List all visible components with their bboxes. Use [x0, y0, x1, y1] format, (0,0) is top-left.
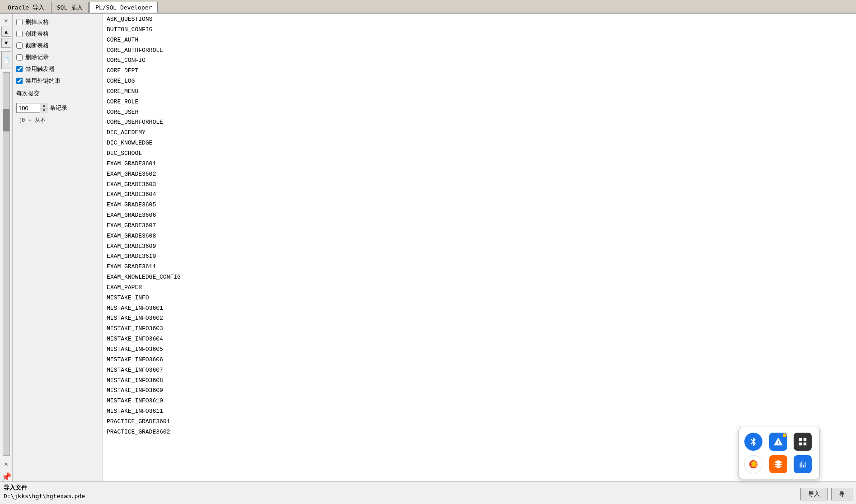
table-list-item[interactable]: PRACTICE_GRADE3601 [103, 417, 856, 427]
disable-triggers-checkbox[interactable] [16, 66, 23, 72]
table-list-item[interactable]: EXAM_KNOWLEDGE_CONFIG [103, 272, 856, 283]
table-list-item[interactable]: CORE_DEPT [103, 66, 856, 76]
checkbox-disable-fk[interactable]: 禁用外键约束 [16, 76, 99, 86]
table-list-panel[interactable]: ASK_QUESTIONSBUTTON_CONFIGCORE_AUTHCORE_… [103, 14, 856, 481]
tab-sql[interactable]: SQL 插入 [51, 2, 89, 13]
table-list-item[interactable]: MISTAKE_INFO3606 [103, 355, 856, 365]
import-button[interactable]: 导入 [800, 488, 828, 500]
drop-table-label: 删掉表格 [25, 18, 49, 26]
table-list-item[interactable]: CORE_MENU [103, 87, 856, 97]
table-list-item[interactable]: MISTAKE_INFO3608 [103, 376, 856, 386]
table-list-item[interactable]: EXAM_GRADE3607 [103, 221, 856, 231]
table-list-item[interactable]: CORE_AUTHFORROLE [103, 46, 856, 56]
table-list-item[interactable]: EXAM_PAPER [103, 283, 856, 293]
create-table-checkbox[interactable] [16, 31, 23, 37]
table-list-item[interactable]: EXAM_GRADE3601 [103, 159, 856, 169]
arrow-up-button[interactable]: ▲ [1, 27, 11, 37]
per-commit-unit: 条记录 [50, 104, 67, 112]
table-list-item[interactable]: EXAM_GRADE3605 [103, 200, 856, 210]
chrome-icon[interactable] [744, 455, 762, 473]
table-list-item[interactable]: MISTAKE_INFO3607 [103, 365, 856, 376]
bottom-bar: 导入文件 D:\jkks\hgt\hgtexam.pde 导入 导 [0, 481, 856, 504]
per-commit-label: 每次提交 [16, 90, 40, 97]
checkbox-disable-triggers[interactable]: 禁用触发器 [16, 64, 99, 74]
truncate-table-checkbox[interactable] [16, 42, 23, 49]
table-list-item[interactable]: DIC_SCHOOL [103, 149, 856, 159]
spinner-down-button[interactable]: ▼ [40, 108, 48, 113]
barchart-icon[interactable] [794, 455, 812, 473]
table-list-item[interactable]: MISTAKE_INFO3611 [103, 406, 856, 417]
table-list-section: ASK_QUESTIONSBUTTON_CONFIGCORE_AUTHCORE_… [103, 14, 856, 481]
tab-plsql[interactable]: PL/SQL Developer [89, 2, 158, 13]
create-table-label: 创建表格 [25, 30, 49, 38]
delete-records-label: 删除记录 [25, 53, 49, 61]
checkbox-drop-table[interactable]: 删掉表格 [16, 17, 99, 27]
table-list-item[interactable]: MISTAKE_INFO3603 [103, 324, 856, 334]
table-list-item[interactable]: MISTAKE_INFO [103, 293, 856, 303]
main-wrapper: ✕ ▲ ▼ 📄 ✕ 📌 删掉表格 创建表格 截断表格 删除记录 禁用触发器 [0, 14, 856, 481]
left-panel: 删掉表格 创建表格 截断表格 删除记录 禁用触发器 禁用外键约束 每次提交 [13, 14, 103, 481]
checkbox-delete-records[interactable]: 删除记录 [16, 52, 99, 62]
table-list-item[interactable]: ASK_QUESTIONS [103, 14, 856, 25]
table-list-item[interactable]: BUTTON_CONFIG [103, 25, 856, 35]
warning-icon[interactable] [769, 433, 787, 451]
tab-oracle[interactable]: Oracle 导入 [2, 2, 50, 13]
table-list-item[interactable]: DIC_ACEDEMY [103, 128, 856, 138]
table-list-item[interactable]: CORE_USERFORROLE [103, 117, 856, 128]
table-list-item[interactable]: EXAM_GRADE3608 [103, 231, 856, 242]
table-list-item[interactable]: CORE_CONFIG [103, 56, 856, 66]
disable-triggers-label: 禁用触发器 [25, 65, 55, 73]
arrow-down-button[interactable]: ▼ [1, 38, 11, 48]
close-button-1[interactable]: ✕ [1, 15, 11, 25]
table-list-item[interactable]: EXAM_GRADE3610 [103, 252, 856, 262]
per-commit-row: ▲ ▼ 条记录 [16, 103, 99, 113]
per-commit-spinner[interactable]: ▲ ▼ [16, 103, 48, 113]
scrollbar-thumb[interactable] [3, 109, 9, 131]
table-list-item[interactable]: MISTAKE_INFO3610 [103, 396, 856, 406]
table-list-item[interactable]: MISTAKE_INFO3602 [103, 313, 856, 324]
table-list-item[interactable]: MISTAKE_INFO3609 [103, 386, 856, 396]
tab-bar: Oracle 导入 SQL 插入 PL/SQL Developer [0, 0, 856, 14]
table-list-item[interactable]: EXAM_GRADE3603 [103, 180, 856, 190]
import-file-path: D:\jkks\hgt\hgtexam.pde [4, 493, 852, 499]
spinner-up-button[interactable]: ▲ [40, 103, 48, 108]
table-list-item[interactable]: CORE_LOG [103, 76, 856, 87]
close-main-button[interactable]: 导 [831, 488, 852, 500]
per-commit-section: 每次提交 [16, 89, 99, 98]
floating-tray [738, 427, 820, 479]
cube-icon[interactable] [769, 455, 787, 473]
disable-fk-checkbox[interactable] [16, 78, 23, 84]
table-list-item[interactable]: CORE_USER [103, 107, 856, 118]
hint-text: （0 = 从不 [16, 117, 99, 124]
table-list-item[interactable]: EXAM_GRADE3609 [103, 242, 856, 252]
table-list-item[interactable]: CORE_ROLE [103, 97, 856, 107]
checkbox-create-table[interactable]: 创建表格 [16, 29, 99, 39]
truncate-table-label: 截断表格 [25, 42, 49, 50]
checkbox-truncate-table[interactable]: 截断表格 [16, 41, 99, 51]
table-list-item[interactable]: MISTAKE_INFO3604 [103, 334, 856, 345]
delete-records-checkbox[interactable] [16, 54, 23, 61]
spinner-arrows: ▲ ▼ [40, 103, 48, 113]
scrollbar-track[interactable] [3, 72, 10, 456]
bluetooth-icon[interactable] [744, 433, 762, 451]
table-list-item[interactable]: CORE_AUTH [103, 35, 856, 46]
import-file-label: 导入文件 [4, 484, 852, 492]
table-list-item[interactable]: EXAM_GRADE3606 [103, 210, 856, 221]
close-button-2[interactable]: ✕ [1, 459, 11, 469]
table-list-item[interactable]: EXAM_GRADE3604 [103, 190, 856, 200]
left-sidebar: ✕ ▲ ▼ 📄 ✕ 📌 [0, 14, 13, 481]
page-icon: 📄 [1, 51, 11, 69]
table-list-item[interactable]: MISTAKE_INFO3601 [103, 303, 856, 314]
table-list-item[interactable]: DIC_KNOWLEDGE [103, 138, 856, 149]
drop-table-checkbox[interactable] [16, 19, 23, 25]
table-list-item[interactable]: EXAM_GRADE3611 [103, 262, 856, 272]
bottom-right-buttons: 导入 导 [800, 488, 852, 500]
table-list-item[interactable]: EXAM_GRADE3602 [103, 169, 856, 180]
disable-fk-label: 禁用外键约束 [25, 77, 61, 85]
pin-icon[interactable]: 📌 [1, 472, 11, 481]
grid-icon[interactable] [794, 433, 812, 451]
table-list-item[interactable]: MISTAKE_INFO3605 [103, 345, 856, 355]
